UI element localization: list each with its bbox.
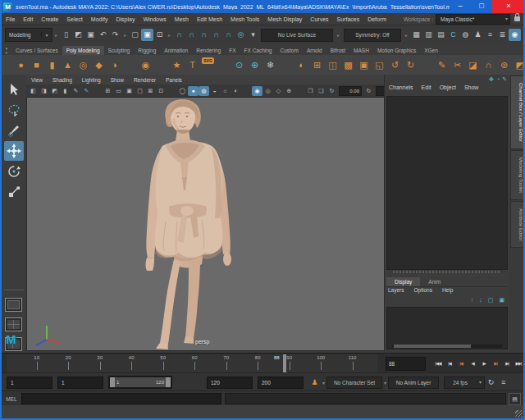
grid-icon[interactable]: ⊞ — [103, 86, 113, 96]
snap-to-projected-center-icon[interactable]: ∩ — [210, 29, 222, 41]
minimize-button[interactable]: – — [450, 0, 471, 13]
select-tool[interactable] — [4, 80, 24, 99]
poly-disc-icon[interactable]: ◑ — [107, 57, 122, 73]
undo-icon[interactable]: ↶ — [97, 29, 109, 41]
character-model[interactable] — [130, 98, 265, 351]
cb-menu-edit[interactable]: Edit — [419, 84, 437, 90]
sep[interactable] — [122, 57, 138, 73]
rotate-tool[interactable] — [4, 162, 24, 181]
boolean-icon[interactable]: ◐ — [294, 57, 309, 73]
playback-end-field[interactable]: 120 — [207, 377, 253, 389]
lasso-select-tool[interactable] — [4, 100, 24, 120]
move-layer-down-icon[interactable]: ↓ — [479, 297, 482, 304]
chevron-down-icon[interactable]: ▾ — [384, 380, 386, 386]
modeling-toolkit-sphere-icon[interactable]: ◉ — [509, 29, 521, 41]
shelf-tab-rigging[interactable]: Rigging — [134, 46, 160, 55]
type-tool-icon[interactable]: T — [185, 57, 200, 73]
vp-menu-panels[interactable]: Panels — [161, 77, 187, 83]
move-tool[interactable] — [4, 141, 24, 161]
tab-attribute-editor[interactable]: Attribute Editor — [510, 201, 524, 249]
exposure-field[interactable]: 0.00 — [339, 86, 362, 96]
bevel-icon[interactable]: ◪ — [465, 57, 481, 73]
layer-menu-options[interactable]: Options — [414, 287, 432, 293]
menu-surfaces[interactable]: Surfaces — [333, 16, 364, 22]
lighting-icon[interactable]: ☼ — [220, 86, 231, 96]
step-forward-frame-button[interactable]: ▶| — [501, 358, 513, 370]
circularize-icon[interactable]: ⊛ — [496, 57, 512, 73]
snap-to-grid-icon[interactable]: ∩ — [173, 29, 185, 41]
display-layers-list-icon[interactable]: ≡ — [484, 29, 496, 41]
smooth-icon[interactable]: ▣ — [356, 57, 372, 73]
image-plane-icon[interactable]: ✎ — [71, 86, 81, 96]
character-controls-icon[interactable]: ♟ — [472, 29, 484, 41]
close-button[interactable]: × — [492, 0, 525, 13]
anti-alias-icon[interactable]: ◇ — [273, 86, 284, 96]
sep[interactable] — [167, 86, 177, 96]
render-view-icon[interactable]: ▦ — [410, 29, 422, 41]
open-scene-icon[interactable]: ◩ — [72, 29, 84, 41]
group-separator[interactable]: ▸ — [124, 32, 126, 38]
character-set-dropdown[interactable]: No Character Set — [326, 377, 382, 389]
poly-cone-icon[interactable]: ▲ — [60, 57, 75, 73]
anim-layers-list-icon[interactable]: ≣ — [496, 29, 509, 41]
poly-cube-icon[interactable]: ■ — [29, 57, 44, 73]
save-scene-icon[interactable]: ▣ — [84, 29, 97, 41]
shaded-icon[interactable]: ● — [188, 86, 199, 96]
symmetry-field[interactable]: Symmetry: Off — [344, 29, 401, 42]
svg-tool-icon[interactable]: SVG — [200, 57, 216, 73]
layer-menu-layers[interactable]: Layers — [388, 287, 404, 293]
poly-torus-icon[interactable]: ◎ — [75, 57, 91, 73]
menu-modify[interactable]: Modify — [87, 16, 112, 22]
play-forwards-button[interactable]: ▶ — [478, 358, 490, 370]
ipr-render-icon[interactable]: ▥ — [422, 29, 435, 41]
select-hierarchy-icon[interactable]: ▢ — [129, 29, 141, 41]
snap-to-view-plane-icon[interactable]: ∩ — [222, 29, 235, 41]
group-separator[interactable]: ▸ — [168, 32, 171, 38]
lattice-icon[interactable]: ❄ — [262, 57, 278, 73]
cb-menu-object[interactable]: Object — [437, 84, 462, 90]
safe-action-icon[interactable]: ⊠ — [145, 86, 156, 96]
reduce-icon[interactable]: ◱ — [372, 57, 387, 73]
new-scene-icon[interactable]: ▯ — [60, 29, 72, 41]
snap-options-chevron-icon[interactable]: ▾ — [247, 29, 259, 41]
vp-menu-renderer[interactable]: Renderer — [129, 77, 161, 83]
new-layer-from-selected-icon[interactable]: ▣ — [499, 297, 504, 304]
multi-cut-icon[interactable]: ✂ — [450, 57, 465, 73]
playhead[interactable]: 88 — [283, 354, 286, 372]
mirror-icon[interactable]: ◫ — [325, 57, 340, 73]
single-pane-layout-button[interactable] — [5, 298, 22, 312]
range-start-handle[interactable] — [110, 377, 115, 387]
poly-plane-icon[interactable]: ◆ — [91, 57, 107, 73]
menu-mesh-tools[interactable]: Mesh Tools — [226, 16, 263, 22]
group-separator[interactable]: ▸ — [405, 32, 408, 38]
panel-splitter[interactable] — [393, 271, 501, 273]
sep[interactable] — [153, 57, 169, 73]
tearoff-copy-icon[interactable]: ❐ — [305, 86, 316, 96]
menu-windows[interactable]: Windows — [139, 16, 170, 22]
joint-tool-icon[interactable]: ⊙ — [231, 57, 247, 73]
anim-layer-dropdown[interactable]: No Anim Layer — [388, 377, 439, 389]
layer-horizontal-scrollbar[interactable] — [392, 345, 502, 348]
timeline-ruler[interactable]: 102030405060708090100110120 88 — [7, 354, 377, 372]
shelf-tab-animation[interactable]: Animation — [160, 46, 192, 55]
bookmark-icon[interactable]: ▮ — [60, 86, 71, 96]
film-gate-icon[interactable]: ▭ — [113, 86, 124, 96]
show-manipulators-icon[interactable]: ✥ — [489, 75, 494, 84]
layer-tab-anim[interactable]: Anim — [420, 277, 449, 286]
step-back-key-button[interactable]: |◀ — [455, 358, 467, 370]
tab-channel-box-layer-editor[interactable]: Channel Box / Layer Editor — [510, 75, 524, 149]
shelf-tab-mash[interactable]: MASH — [349, 46, 373, 55]
pane-layout-icon[interactable]: ❏ — [316, 86, 326, 96]
sep[interactable] — [294, 86, 305, 96]
paint-select-tool[interactable] — [4, 121, 24, 140]
render-settings-icon[interactable]: C — [447, 29, 459, 41]
menu-deform[interactable]: Deform — [363, 16, 390, 22]
go-to-end-button[interactable]: ▶▶| — [513, 358, 524, 370]
range-slider[interactable]: 1 120 — [108, 376, 172, 389]
shelf-tab-fx-caching[interactable]: FX Caching — [240, 46, 276, 55]
quad-draw-icon[interactable]: ✎ — [434, 57, 450, 73]
shelf-tab-arnold[interactable]: Arnold — [303, 46, 326, 55]
menu-curves[interactable]: Curves — [306, 16, 332, 22]
slow-update-icon[interactable]: ◔ — [496, 75, 500, 84]
animation-start-field[interactable]: 1 — [7, 377, 52, 389]
